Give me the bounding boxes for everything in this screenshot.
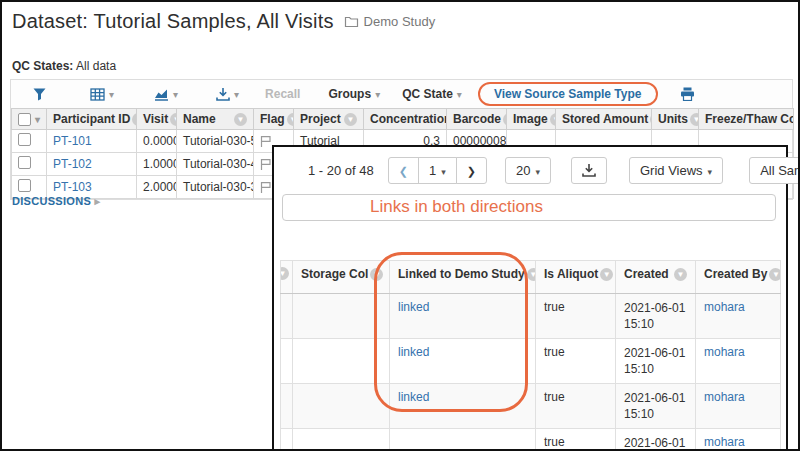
chevron-down-icon (234, 87, 239, 101)
column-menu-icon[interactable] (287, 113, 294, 126)
next-page-button[interactable] (456, 157, 487, 184)
export-button[interactable] (216, 87, 239, 101)
discussions-link[interactable]: DISCUSSIONS (12, 195, 100, 208)
qc-states-label: QC States: (12, 59, 73, 73)
linked-link[interactable]: linked (398, 300, 429, 314)
column-menu-icon[interactable] (674, 268, 687, 281)
annotation-links-text: Links in both directions (370, 197, 543, 217)
chevron-down-icon (535, 163, 540, 178)
col-image[interactable]: Image (507, 109, 556, 130)
flag-icon (260, 158, 272, 171)
col-storage[interactable]: Storage Col (293, 261, 390, 294)
breadcrumb-study[interactable]: Demo Study (364, 14, 436, 29)
chevron-down-icon (109, 87, 114, 101)
select-all-checkbox[interactable] (18, 113, 31, 126)
created-cell: 2021-06-0115:10 (616, 429, 696, 451)
col-concentration[interactable]: Concentration (364, 109, 447, 130)
grid-toolbar: Recall Groups QC State View Source Sampl… (11, 80, 792, 108)
created-by-link[interactable]: mohara (704, 300, 745, 314)
sample-type-panel: 1 - 20 of 48 1 20 Grid Views All Samples… (272, 145, 788, 451)
groups-menu[interactable]: Groups (328, 87, 380, 101)
column-menu-icon[interactable] (527, 268, 536, 281)
panel-pagination-bar: 1 - 20 of 48 1 20 Grid Views All Samples (274, 147, 786, 192)
column-menu-icon[interactable] (344, 113, 357, 126)
select-all-header[interactable] (12, 109, 47, 130)
storage-cell (293, 429, 390, 451)
row-checkbox[interactable] (18, 179, 31, 192)
prev-page-button[interactable] (388, 157, 419, 184)
grid-views-button[interactable]: Grid Views (629, 157, 723, 184)
column-menu-icon[interactable] (769, 268, 780, 281)
chevron-down-icon (375, 87, 380, 101)
folder-icon (344, 15, 359, 28)
col-project[interactable]: Project (294, 109, 364, 130)
page-select[interactable]: 1 (418, 157, 457, 184)
filter-button[interactable] (33, 88, 46, 101)
col-created-by[interactable]: Created By (696, 261, 781, 294)
col-name[interactable]: Name (177, 109, 254, 130)
column-menu-icon[interactable] (600, 268, 613, 281)
linked-link[interactable]: linked (398, 345, 429, 359)
charts-button[interactable] (154, 87, 178, 101)
chevron-down-icon (708, 163, 713, 178)
table-row: linked true 2021-06-0115:10 mohara (281, 339, 781, 384)
column-menu-icon[interactable] (281, 267, 290, 280)
col-visit[interactable]: Visit (137, 109, 177, 130)
pagination-range: 1 - 20 of 48 (308, 163, 374, 178)
print-button[interactable] (680, 87, 695, 101)
chevron-down-icon (441, 163, 446, 178)
column-menu-icon[interactable] (170, 113, 176, 126)
col-participant-id[interactable]: Participant ID (47, 109, 137, 130)
chevron-down-icon (35, 112, 40, 126)
col-units[interactable]: Units (652, 109, 699, 130)
col-is-aliquot[interactable]: Is Aliquot (536, 261, 616, 294)
grid-icon (90, 88, 105, 101)
chevron-down-icon (173, 87, 178, 101)
name-cell: Tutorial-030-4 (177, 153, 254, 176)
column-menu-icon[interactable] (234, 113, 247, 126)
row-checkbox[interactable] (18, 133, 31, 146)
participant-link[interactable]: PT-101 (53, 134, 92, 148)
col-barcode[interactable]: Barcode (447, 109, 507, 130)
page-header: Dataset: Tutorial Samples, All Visits De… (12, 10, 435, 33)
col-created[interactable]: Created (616, 261, 696, 294)
col-stored-amount[interactable]: Stored Amount (556, 109, 652, 130)
column-menu-icon[interactable] (503, 113, 506, 126)
row-checkbox[interactable] (18, 156, 31, 169)
col-linked-to-demo-study[interactable]: Linked to Demo Study (390, 261, 536, 294)
page-title: Dataset: Tutorial Samples, All Visits (12, 10, 334, 33)
panel-export-button[interactable] (571, 157, 607, 184)
column-menu-icon[interactable] (690, 113, 699, 126)
created-by-link[interactable]: mohara (704, 345, 745, 359)
chevron-right-icon (467, 163, 476, 178)
views-button[interactable] (90, 87, 114, 101)
filter-icon (33, 88, 46, 101)
col-flag[interactable]: Flag (254, 109, 294, 130)
chevron-down-icon (457, 87, 462, 101)
chevron-left-icon (399, 163, 408, 178)
storage-cell (293, 294, 390, 339)
all-samples-button[interactable]: All Samples (749, 157, 800, 184)
created-by-link[interactable]: mohara (704, 435, 745, 449)
column-menu-icon[interactable] (370, 268, 383, 281)
linked-link[interactable]: linked (398, 390, 429, 404)
page-size-select[interactable]: 20 (505, 157, 551, 184)
table-row: linked true 2021-06-0115:10 mohara (281, 294, 781, 339)
page-nav-group: 1 (388, 157, 487, 184)
qc-states-line: QC States: All data (12, 59, 116, 73)
column-menu-icon[interactable] (550, 113, 556, 126)
chart-icon (154, 88, 169, 101)
column-menu-icon[interactable] (132, 113, 136, 126)
participant-link[interactable]: PT-103 (53, 180, 92, 194)
col-clipped (281, 261, 293, 294)
linked-cell (390, 429, 536, 451)
participant-link[interactable]: PT-102 (53, 157, 92, 171)
view-source-sample-type-button[interactable]: View Source Sample Type (478, 82, 658, 106)
visit-cell: 2.0000 (137, 176, 177, 199)
qc-state-menu[interactable]: QC State (402, 87, 462, 101)
is-aliquot-cell: true (536, 339, 616, 384)
is-aliquot-cell: true (536, 294, 616, 339)
col-freeze-thaw[interactable]: Freeze/Thaw Count (699, 109, 794, 130)
created-by-link[interactable]: mohara (704, 390, 745, 404)
is-aliquot-cell: true (536, 429, 616, 451)
